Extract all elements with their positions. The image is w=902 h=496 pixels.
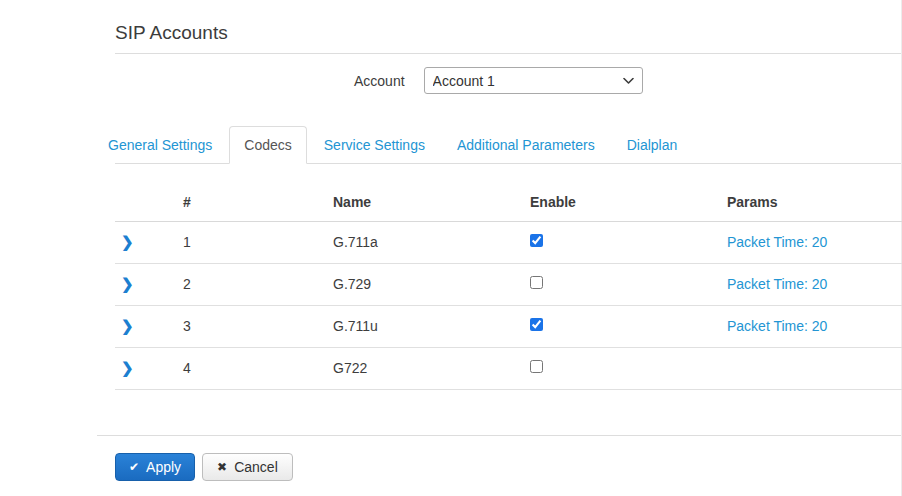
codec-name: G.711u	[333, 305, 530, 347]
tab-label: General Settings	[108, 137, 212, 153]
actions-row: ✔ Apply ✖ Cancel	[115, 453, 901, 481]
codec-params-link[interactable]: Packet Time: 20	[727, 318, 827, 334]
column-header-expand	[115, 194, 183, 221]
chevron-right-icon[interactable]: ❯	[121, 276, 134, 291]
tab-label: Codecs	[244, 137, 291, 153]
tab-label: Dialplan	[627, 137, 678, 153]
account-selector-row: Account Account 1	[115, 67, 901, 94]
tab-label: Additional Parameters	[457, 137, 595, 153]
sip-accounts-page: SIP Accounts Account Account 1 General S…	[0, 0, 902, 496]
chevron-right-icon[interactable]: ❯	[121, 318, 134, 333]
cancel-button[interactable]: ✖ Cancel	[202, 453, 293, 481]
codec-enable-checkbox[interactable]	[530, 276, 543, 289]
codec-name: G.711a	[333, 221, 530, 263]
table-row: ❯ 3 G.711u Packet Time: 20	[115, 305, 902, 347]
codec-number: 4	[183, 347, 333, 389]
codec-params-link[interactable]: Packet Time: 20	[727, 234, 827, 250]
codec-number: 1	[183, 221, 333, 263]
table-row: ❯ 1 G.711a Packet Time: 20	[115, 221, 902, 263]
column-header-enable: Enable	[530, 194, 727, 221]
account-select-wrapper: Account 1	[424, 67, 643, 94]
tab-service-settings[interactable]: Service Settings	[309, 126, 440, 164]
codec-params-link[interactable]: Packet Time: 20	[727, 276, 827, 292]
tab-dialplan[interactable]: Dialplan	[612, 126, 693, 164]
actions-divider	[97, 435, 901, 436]
codec-number: 2	[183, 263, 333, 305]
codec-enable-checkbox[interactable]	[530, 318, 543, 331]
check-icon: ✔	[129, 461, 139, 473]
tab-label: Service Settings	[324, 137, 425, 153]
codec-enable-checkbox[interactable]	[530, 360, 543, 373]
table-row: ❯ 2 G.729 Packet Time: 20	[115, 263, 902, 305]
codecs-table: # Name Enable Params ❯ 1 G.711a Packet T…	[115, 194, 902, 390]
cancel-button-label: Cancel	[234, 460, 278, 474]
tab-additional-parameters[interactable]: Additional Parameters	[442, 126, 610, 164]
codec-name: G.729	[333, 263, 530, 305]
apply-button[interactable]: ✔ Apply	[115, 453, 195, 481]
account-select[interactable]: Account 1	[424, 67, 643, 94]
table-row: ❯ 4 G722	[115, 347, 902, 389]
codec-enable-checkbox[interactable]	[530, 234, 543, 247]
chevron-right-icon[interactable]: ❯	[121, 234, 134, 249]
apply-button-label: Apply	[146, 460, 181, 474]
table-header-row: # Name Enable Params	[115, 194, 902, 221]
account-label: Account	[354, 73, 405, 89]
chevron-right-icon[interactable]: ❯	[121, 360, 134, 375]
codec-rows: ❯ 1 G.711a Packet Time: 20 ❯ 2 G.729 Pac…	[115, 221, 902, 389]
tab-general-settings[interactable]: General Settings	[93, 126, 227, 164]
page-title: SIP Accounts	[115, 0, 901, 44]
column-header-name: Name	[333, 194, 530, 221]
cross-icon: ✖	[217, 461, 227, 473]
column-header-params: Params	[727, 194, 902, 221]
codec-number: 3	[183, 305, 333, 347]
column-header-num: #	[183, 194, 333, 221]
tab-codecs[interactable]: Codecs	[229, 126, 306, 164]
title-divider	[115, 53, 901, 54]
codec-name: G722	[333, 347, 530, 389]
tab-bar: General Settings Codecs Service Settings…	[115, 126, 901, 164]
